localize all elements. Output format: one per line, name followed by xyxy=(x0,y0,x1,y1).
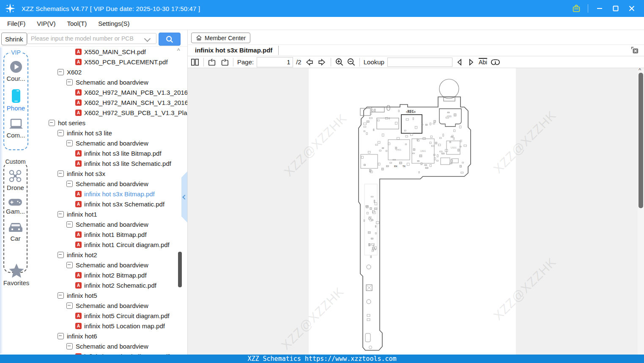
search-button[interactable] xyxy=(159,33,181,46)
menu-file[interactable]: File(F) xyxy=(7,20,25,27)
collapse-icon[interactable] xyxy=(66,302,73,309)
briefcase-icon[interactable] xyxy=(572,4,581,13)
tree-item-label: infinix hot1 Circuit diagram.pdf xyxy=(84,241,170,248)
tree-file-row[interactable]: Ainfinix hot1 Circuit diagram.pdf xyxy=(33,239,187,250)
tree-folder-row[interactable]: infinix hot2 xyxy=(33,250,187,260)
sidebar-item-computer[interactable]: Com... xyxy=(6,118,25,139)
tree-file-row[interactable]: Ainfinix hot1 Bitmap.pdf xyxy=(33,229,187,239)
sidebar-item-car[interactable]: Car xyxy=(8,222,23,242)
page-label: Page: xyxy=(237,58,254,66)
tree-folder-row[interactable]: Schematic and boardview xyxy=(33,300,187,311)
tree-file-row[interactable]: AX602_H972_SUB_PCB_1_V1.3_Plac xyxy=(33,107,187,118)
tree-folder-row[interactable]: Schematic and boardview xyxy=(33,138,187,148)
tree-folder-row[interactable]: Schematic and boardview xyxy=(33,260,187,270)
sidebar-item-game[interactable]: Gam... xyxy=(6,198,25,215)
tree-scrollbar-thumb[interactable] xyxy=(178,252,182,287)
tree-folder-row[interactable]: Schematic and boardview xyxy=(33,341,187,351)
find-prev-icon[interactable] xyxy=(455,58,464,66)
star-icon xyxy=(8,263,25,278)
zoom-in-icon[interactable] xyxy=(335,58,344,66)
prev-page-icon[interactable] xyxy=(304,58,314,66)
phone-icon xyxy=(11,89,22,103)
tree-item-label: hot series xyxy=(58,119,85,126)
tree-folder-row[interactable]: infinix hot s3x xyxy=(33,168,187,179)
page-number-input[interactable] xyxy=(257,57,293,67)
collapse-icon[interactable] xyxy=(58,211,64,217)
sidebar-item-favorites[interactable]: Favorites xyxy=(0,263,33,286)
tree-file-row[interactable]: AX602_H972_MAIN_PCB_V1.3_2016 xyxy=(33,87,187,97)
pdf-icon: A xyxy=(75,231,82,238)
tree-file-row[interactable]: Ainfinix hot5 Location map.pdf xyxy=(33,321,187,331)
collapse-icon[interactable] xyxy=(66,79,73,85)
tree-item-label: infinix hot s3x Bitmap.pdf xyxy=(84,190,155,198)
collapse-icon[interactable] xyxy=(58,69,64,75)
collapse-icon[interactable] xyxy=(66,343,73,349)
collapse-icon[interactable] xyxy=(58,333,64,339)
search-input[interactable] xyxy=(27,33,156,44)
sidebar-item-phone[interactable]: Phone xyxy=(7,89,25,112)
tree-folder-row[interactable]: X602 xyxy=(33,67,187,77)
minimize-icon[interactable] xyxy=(595,4,604,13)
tree-folder-row[interactable]: Schematic and boardview xyxy=(33,77,187,87)
abi-overline-icon[interactable]: Abi xyxy=(478,59,488,66)
tree-file-row[interactable]: Ainfinix hot s3 lite Bitmap.pdf xyxy=(33,148,187,158)
shrink-button[interactable]: Shrink xyxy=(1,33,27,45)
tree-folder-row[interactable]: infinix hot s3 lite xyxy=(33,128,187,138)
tree-file-row[interactable]: Ainfinix hot s3 lite Schematic.pdf xyxy=(33,158,187,168)
close-document-icon[interactable] xyxy=(630,46,639,55)
play-icon xyxy=(9,60,23,74)
menu-tool[interactable]: Tool(T) xyxy=(67,20,87,27)
binoculars-icon[interactable] xyxy=(491,58,500,66)
collapse-icon[interactable] xyxy=(58,252,64,258)
collapse-icon[interactable] xyxy=(58,170,64,177)
document-tab[interactable]: infinix hot s3x Bitmap.pdf xyxy=(195,47,272,54)
collapse-icon[interactable] xyxy=(66,140,73,146)
pdf-icon: A xyxy=(75,49,82,55)
lookup-input[interactable] xyxy=(387,58,452,67)
menu-settings[interactable]: Settings(S) xyxy=(98,20,129,27)
tree-file-row[interactable]: AX550_MAIN_SCH.pdf xyxy=(33,47,187,57)
tree-file-row[interactable]: Ainfinix hot s3x Schematic.pdf xyxy=(33,199,187,209)
collapse-icon[interactable] xyxy=(58,292,64,299)
close-icon[interactable] xyxy=(627,4,636,13)
sidebar-item-course[interactable]: Cour... xyxy=(6,60,25,82)
tree-item-label: infinix hot6 xyxy=(67,333,97,340)
collapse-icon[interactable] xyxy=(66,221,73,228)
tree-folder-row[interactable]: infinix hot1 xyxy=(33,209,187,219)
tree-file-row[interactable]: AX602_H972_MAIN_SCH_V1.3_2016 xyxy=(33,97,187,107)
collapse-icon[interactable] xyxy=(66,262,73,268)
sidebar-item-drone[interactable]: Drone xyxy=(7,169,24,191)
collapse-panel-handle[interactable] xyxy=(181,171,187,223)
sidebar-item-label: Com... xyxy=(6,132,25,139)
tree-folder-row[interactable]: infinix hot6 xyxy=(33,331,187,341)
toolbar-separator xyxy=(203,58,204,66)
tree-folder-row[interactable]: Schematic and boardview xyxy=(33,219,187,229)
vertical-scrollbar[interactable]: ^ xyxy=(638,68,644,355)
member-center-label: Member Center xyxy=(205,35,246,41)
member-center-button[interactable]: Member Center xyxy=(191,33,250,43)
tree-folder-row[interactable]: hot series xyxy=(33,118,187,128)
chevron-left-icon xyxy=(182,195,187,199)
maximize-icon[interactable] xyxy=(611,4,620,13)
tree-file-row[interactable]: Ainfinix hot2 Bitmap.pdf xyxy=(33,270,187,280)
find-next-icon[interactable] xyxy=(467,58,475,66)
tree-file-row[interactable]: AX550_PCB_PLACEMENT.pdf xyxy=(33,57,187,67)
tree-item-label: Schematic and boardview xyxy=(76,221,148,228)
next-page-icon[interactable] xyxy=(317,58,327,66)
tree-folder-row[interactable]: infinix hot5 xyxy=(33,290,187,300)
tree-item-label: infinix hot s3 lite Schematic.pdf xyxy=(84,160,171,167)
collapse-icon[interactable] xyxy=(58,130,64,136)
rotate-right-icon[interactable] xyxy=(220,58,229,66)
tree-file-row[interactable]: Ainfinix hot5 Circuit diagram.pdf xyxy=(33,311,187,321)
tree-folder-row[interactable]: Schematic and boardview xyxy=(33,179,187,189)
scrollbar-thumb[interactable] xyxy=(639,73,643,208)
menu-vip[interactable]: VIP(V) xyxy=(37,20,55,27)
rotate-left-icon[interactable] xyxy=(208,58,217,66)
tree-file-row[interactable]: Ainfinix hot6 Circuit diagram.pdf xyxy=(33,351,187,355)
zoom-out-icon[interactable] xyxy=(347,58,356,66)
tree-file-row[interactable]: Ainfinix hot2 Schematic.pdf xyxy=(33,280,187,290)
tree-file-row[interactable]: Ainfinix hot s3x Bitmap.pdf xyxy=(33,189,187,199)
collapse-icon[interactable] xyxy=(49,120,55,126)
two-page-view-icon[interactable] xyxy=(190,58,200,66)
collapse-icon[interactable] xyxy=(66,181,73,187)
